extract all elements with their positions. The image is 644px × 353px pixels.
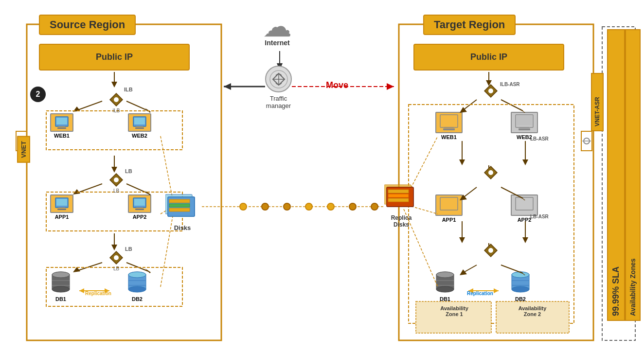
svg-line-36 <box>462 100 477 111</box>
target-db2: DB2 <box>510 270 531 302</box>
target-db1-label: DB1 <box>434 296 456 302</box>
target-lb-asr1-text: LB-ASR <box>530 136 549 141</box>
internet-label: Internet <box>263 39 292 47</box>
avail-zones-label: Availability Zones <box>625 29 641 321</box>
vnet-label: VNET <box>17 136 30 163</box>
move-label: Move <box>326 80 348 90</box>
svg-point-72 <box>240 203 247 210</box>
svg-rect-103 <box>57 209 66 210</box>
svg-point-76 <box>327 203 334 210</box>
svg-line-11 <box>75 101 102 111</box>
source-lb1-label: LB <box>125 168 132 174</box>
disks-label: Disks <box>165 224 199 231</box>
target-app1: APP1 <box>435 194 463 223</box>
svg-rect-91 <box>56 118 67 124</box>
svg-line-19 <box>126 184 148 194</box>
svg-rect-128 <box>169 199 190 203</box>
svg-marker-67 <box>79 288 84 293</box>
svg-line-17 <box>75 184 102 194</box>
svg-marker-6 <box>224 83 231 90</box>
svg-rect-93 <box>57 127 66 129</box>
target-ilb-asr-diamond <box>483 84 498 100</box>
target-app1-label: APP1 <box>435 217 463 223</box>
svg-point-74 <box>284 203 290 210</box>
target-replication-label: Replication <box>467 291 493 296</box>
source-lb2-diamond: LB <box>109 250 124 271</box>
target-web1-label: WEB1 <box>435 134 463 140</box>
replica-disks-label: ReplicaDisks <box>384 214 418 228</box>
target-web1: WEB1 <box>435 112 463 140</box>
sla-label: 99.99% SLA <box>607 29 625 321</box>
source-region-label: Source Region <box>39 15 136 35</box>
source-db1-label: DB1 <box>50 296 72 302</box>
zone2-label: AvailabilityZone 2 <box>497 305 568 317</box>
svg-rect-130 <box>169 208 190 212</box>
svg-point-112 <box>52 286 70 292</box>
svg-rect-149 <box>440 197 458 210</box>
svg-point-78 <box>371 203 378 210</box>
svg-rect-129 <box>169 204 190 207</box>
svg-marker-12 <box>73 106 80 112</box>
svg-point-156 <box>436 272 454 278</box>
svg-line-38 <box>501 100 523 111</box>
svg-rect-135 <box>388 194 409 197</box>
replica-disks-container: ReplicaDisks <box>384 180 418 228</box>
source-web1: WEB1 <box>50 113 73 139</box>
svg-rect-1 <box>399 24 593 340</box>
traffic-manager-icon <box>265 66 292 92</box>
traffic-manager-label: Trafficmanager <box>265 95 292 109</box>
vnet-asr-label: VNET-ASR <box>591 73 604 131</box>
target-lb-asr2-text: LB-ASR <box>530 214 549 219</box>
svg-rect-142 <box>443 128 455 130</box>
svg-point-113 <box>52 272 70 278</box>
source-app2: APP2 <box>128 194 151 220</box>
zone1-label: AvailabilityZone 1 <box>418 305 490 317</box>
svg-point-162 <box>512 272 529 278</box>
svg-marker-59 <box>522 237 528 243</box>
source-lb1-diamond: LB <box>109 173 124 194</box>
svg-rect-63 <box>581 131 592 151</box>
svg-marker-24 <box>73 267 80 272</box>
source-public-ip: Public IP <box>39 44 190 71</box>
cloud-icon: ☁ <box>263 12 292 41</box>
source-app1-label: APP1 <box>50 214 73 220</box>
svg-rect-101 <box>56 199 67 206</box>
target-region-label: Target Region <box>423 15 516 35</box>
svg-point-64 <box>584 138 590 144</box>
svg-marker-10 <box>111 82 117 88</box>
diagram-container: Source Region Target Region VNET VNET-AS… <box>0 0 644 353</box>
source-replication-label: Replication <box>85 291 111 296</box>
svg-rect-97 <box>135 127 144 129</box>
svg-point-73 <box>262 203 268 210</box>
svg-marker-55 <box>522 159 528 165</box>
ilb-text: ILB <box>109 108 124 113</box>
svg-marker-14 <box>145 108 151 113</box>
svg-line-23 <box>75 263 102 271</box>
source-lb2-label: LB <box>125 246 132 252</box>
source-db2: DB2 <box>126 270 148 302</box>
svg-marker-57 <box>459 237 465 243</box>
source-app2-label: APP2 <box>128 214 151 220</box>
target-ilb-asr-label: ILB-ASR <box>500 82 520 87</box>
disks-container: Disks <box>165 190 199 231</box>
svg-line-13 <box>126 101 148 111</box>
svg-point-148 <box>488 170 493 175</box>
svg-rect-105 <box>134 199 145 206</box>
internet-cloud: ☁ Internet <box>263 12 292 47</box>
svg-marker-18 <box>73 189 80 194</box>
svg-point-75 <box>305 203 312 210</box>
svg-rect-140 <box>441 116 457 125</box>
source-web2-label: WEB2 <box>128 133 151 139</box>
source-web1-label: WEB1 <box>50 133 73 139</box>
svg-marker-53 <box>459 159 465 165</box>
svg-rect-134 <box>388 190 409 193</box>
target-public-ip: Public IP <box>413 44 564 71</box>
svg-point-118 <box>128 286 146 292</box>
source-db2-label: DB2 <box>126 296 148 302</box>
svg-line-48 <box>462 265 477 273</box>
source-web2: WEB2 <box>128 113 151 139</box>
target-lb-asr2-diamond <box>483 243 498 260</box>
source-db1: DB1 <box>50 270 72 302</box>
svg-point-99 <box>114 177 119 182</box>
source-badge: 2 <box>30 87 46 102</box>
